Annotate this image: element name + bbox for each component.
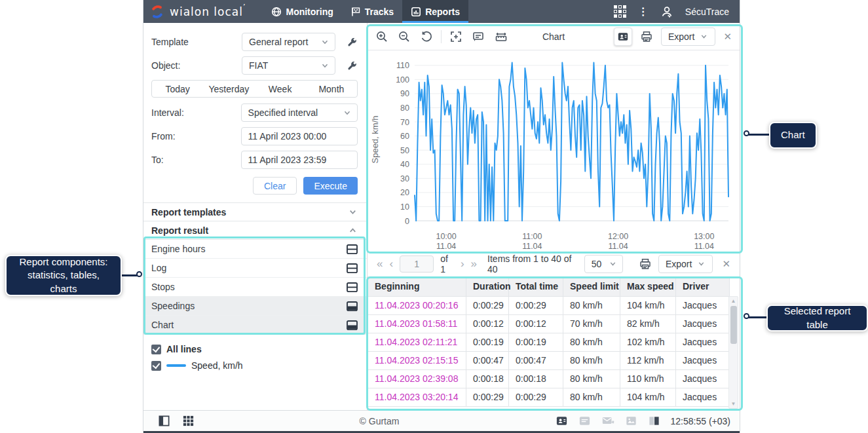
- to-date-input[interactable]: 11 April 2023 23:59: [241, 151, 358, 169]
- speed-chart-svg: 0102030405060708090100110Speed, km/h10:0…: [368, 50, 740, 251]
- wialon-logo-icon: [150, 5, 164, 19]
- table-print-icon[interactable]: [639, 257, 652, 271]
- beginning-link[interactable]: 11.04.2023 03:20:14: [368, 388, 466, 406]
- svg-text:10: 10: [400, 202, 409, 212]
- notices-icon[interactable]: [578, 415, 591, 427]
- speed-series-row: Speed, km/h: [151, 360, 367, 371]
- table-close-icon[interactable]: ✕: [722, 258, 730, 270]
- col-duration[interactable]: Duration: [466, 277, 509, 296]
- col-speed-limit[interactable]: Speed limit: [563, 277, 620, 296]
- table-row[interactable]: 11.04.2023 02:39:080:00:180:00:1880 km/h…: [368, 369, 730, 388]
- chevron-down-icon: [320, 61, 330, 70]
- table-row[interactable]: 11.04.2023 03:20:140:00:290:00:2980 km/h…: [368, 388, 730, 406]
- fit-screen-icon[interactable]: [449, 30, 462, 43]
- zoom-out-icon[interactable]: [398, 30, 411, 43]
- copyright-label: © Gurtam: [340, 416, 419, 426]
- zoom-in-icon[interactable]: [375, 30, 388, 43]
- template-select[interactable]: General report: [242, 33, 335, 51]
- interval-select[interactable]: Specified interval: [241, 104, 358, 122]
- from-date-input[interactable]: 11 April 2023 00:00: [241, 127, 358, 145]
- table-cell: Jacques: [676, 351, 730, 369]
- media-icon[interactable]: [625, 415, 637, 427]
- col-max-speed[interactable]: Max speed: [620, 277, 676, 296]
- scroll-down-icon[interactable]: ▼: [729, 401, 738, 407]
- template-label: Template: [151, 37, 242, 47]
- range-month[interactable]: Month: [306, 84, 357, 94]
- component-item-engine-hours[interactable]: Engine hours: [143, 240, 367, 259]
- tooltip-message-icon[interactable]: [472, 30, 485, 43]
- table-cell: 0:00:29: [466, 296, 509, 314]
- speed-chart[interactable]: 0102030405060708090100110Speed, km/h10:0…: [368, 50, 740, 251]
- range-yesterday[interactable]: Yesterday: [203, 84, 254, 94]
- driver-panel-icon[interactable]: [556, 415, 568, 427]
- component-item-stops[interactable]: Stops: [143, 278, 367, 297]
- table-cell: 0:00:12: [509, 314, 563, 333]
- chart-close-icon[interactable]: ✕: [723, 31, 732, 43]
- prev-page-icon[interactable]: ‹: [389, 258, 393, 269]
- section-report-result[interactable]: Report result: [143, 221, 367, 239]
- chart-callout-line: [745, 134, 770, 136]
- tab-tracks[interactable]: Tracks: [342, 0, 402, 23]
- next-page-icon[interactable]: ›: [461, 258, 464, 269]
- table-row[interactable]: 11.04.2023 02:15:150:00:470:00:4780 km/h…: [368, 351, 730, 369]
- svg-text:60: 60: [400, 132, 409, 141]
- user-icon[interactable]: [660, 5, 673, 18]
- scroll-up-icon[interactable]: ▲: [729, 298, 738, 304]
- component-item-speedings[interactable]: Speedings: [143, 297, 367, 316]
- panel-split-icon[interactable]: [648, 415, 660, 427]
- components-callout-text2: statistics, tables, charts: [14, 269, 113, 295]
- current-user-name[interactable]: SécuTrace: [685, 7, 729, 17]
- print-icon[interactable]: [640, 30, 653, 43]
- beginning-link[interactable]: 11.04.2023 02:15:15: [368, 351, 466, 369]
- component-item-chart[interactable]: Chart: [143, 316, 367, 335]
- components-callout-dot: [136, 271, 142, 277]
- beginning-link[interactable]: 11.04.2023 02:39:08: [368, 369, 466, 388]
- mail-icon[interactable]: [601, 415, 614, 427]
- interval-value: Specified interval: [248, 107, 318, 118]
- svg-text:30: 30: [400, 174, 409, 183]
- object-wrench-icon[interactable]: [347, 60, 358, 71]
- svg-text:11.04: 11.04: [694, 242, 714, 251]
- chart-export-button[interactable]: Export: [661, 28, 715, 46]
- table-row[interactable]: 11.04.2023 02:11:210:00:190:00:1980 km/h…: [368, 333, 730, 351]
- section-report-result-label: Report result: [151, 225, 208, 236]
- grid-view-icon[interactable]: [182, 415, 195, 427]
- report-component-active-icon: [347, 301, 358, 311]
- table-row[interactable]: 11.04.2023 01:58:110:00:120:00:1270 km/h…: [368, 314, 730, 333]
- table-scrollbar[interactable]: ▲ ▼: [728, 296, 738, 409]
- tab-monitoring[interactable]: Monitoring: [263, 0, 341, 23]
- last-page-icon[interactable]: »: [471, 258, 477, 269]
- speed-series-checkbox[interactable]: [151, 361, 161, 371]
- table-cell: 0:00:47: [509, 351, 563, 369]
- all-lines-checkbox[interactable]: [151, 345, 161, 354]
- beginning-link[interactable]: 11.04.2023 01:58:11: [368, 314, 466, 333]
- table-row[interactable]: 11.04.2023 00:20:160:00:290:00:2980 km/h…: [368, 296, 730, 314]
- page-number-input[interactable]: [400, 255, 434, 273]
- beginning-link[interactable]: 11.04.2023 02:11:21: [368, 333, 466, 351]
- col-total-time[interactable]: Total time: [509, 277, 563, 296]
- execute-button[interactable]: Execute: [303, 177, 358, 195]
- section-report-templates[interactable]: Report templates: [143, 202, 367, 221]
- measure-interval-icon[interactable]: [494, 30, 508, 43]
- layout-toggle-icon[interactable]: [158, 415, 170, 427]
- col-driver[interactable]: Driver: [676, 277, 730, 296]
- beginning-link[interactable]: 11.04.2023 00:20:16: [368, 296, 466, 314]
- first-page-icon[interactable]: «: [377, 258, 383, 269]
- apps-grid-icon[interactable]: [614, 5, 626, 18]
- template-wrench-icon[interactable]: [347, 37, 358, 48]
- scrollbar-thumb[interactable]: [730, 306, 737, 344]
- range-week[interactable]: Week: [255, 84, 306, 94]
- range-today[interactable]: Today: [152, 84, 203, 94]
- col-beginning[interactable]: Beginning: [368, 277, 466, 296]
- object-select[interactable]: FIAT: [242, 56, 335, 75]
- page-size-select[interactable]: 50: [584, 255, 623, 273]
- driver-info-icon[interactable]: [614, 28, 632, 46]
- wialon-logo[interactable]: wialon local’: [143, 0, 246, 23]
- chart-toolbar: Chart: [368, 23, 740, 50]
- kebab-menu-icon[interactable]: ⋮: [638, 7, 649, 17]
- component-item-log[interactable]: Log: [143, 259, 367, 278]
- table-export-button[interactable]: Export: [658, 255, 713, 273]
- reset-zoom-icon[interactable]: [420, 30, 433, 43]
- tab-reports[interactable]: Reports: [402, 0, 468, 23]
- clear-button[interactable]: Clear: [253, 177, 297, 195]
